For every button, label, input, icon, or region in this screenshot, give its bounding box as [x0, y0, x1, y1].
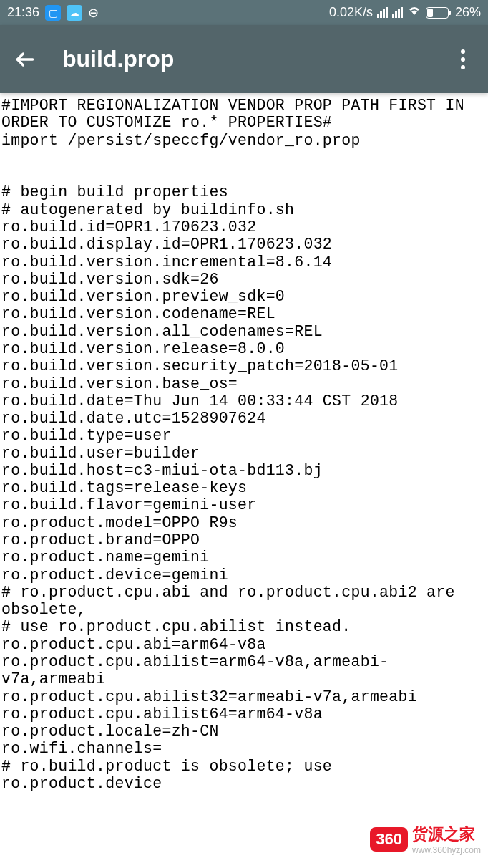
watermark: 360 货源之家 www.360hyzj.com: [370, 824, 481, 855]
watermark-main: 货源之家: [412, 824, 481, 845]
battery-icon: [426, 7, 451, 19]
data-speed: 0.02K/s: [329, 5, 373, 20]
page-title: build.prop: [62, 46, 449, 72]
status-right: 0.02K/s 26%: [329, 5, 481, 20]
notification-icon: ▢: [45, 5, 61, 21]
battery-percent: 26%: [455, 5, 481, 20]
status-bar: 21:36 ▢ ☁ ⊖ 0.02K/s 26%: [0, 0, 488, 25]
more-vert-icon: [461, 49, 465, 69]
back-button[interactable]: [11, 48, 39, 71]
status-left: 21:36 ▢ ☁ ⊖: [7, 5, 99, 21]
do-not-disturb-icon: ⊖: [88, 5, 99, 21]
signal-icon-1: [377, 7, 388, 18]
signal-icon-2: [392, 7, 403, 18]
cloud-icon: ☁: [67, 5, 82, 21]
status-time: 21:36: [7, 5, 39, 20]
app-bar: build.prop: [0, 25, 488, 93]
file-text-content[interactable]: #IMPORT REGIONALIZATION VENDOR PROP PATH…: [0, 93, 488, 796]
overflow-menu-button[interactable]: [449, 49, 477, 69]
watermark-badge: 360: [370, 827, 408, 852]
wifi-icon: [407, 5, 421, 20]
watermark-sub: www.360hyzj.com: [412, 845, 481, 855]
